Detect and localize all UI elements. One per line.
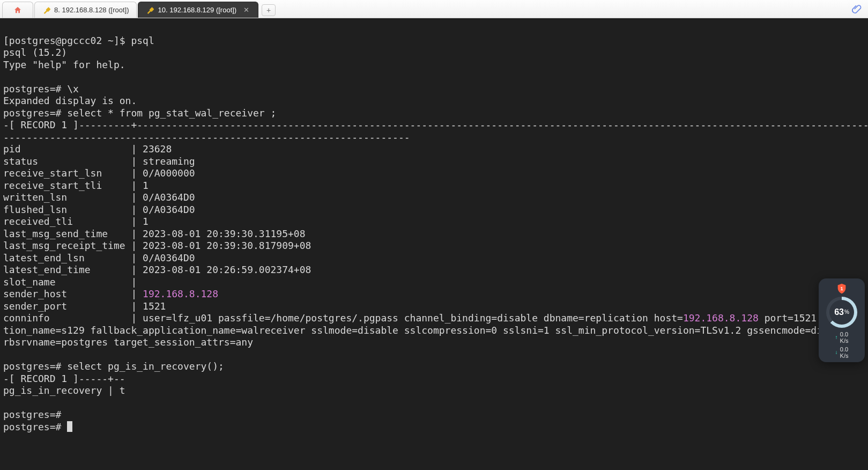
- new-tab-button[interactable]: +: [262, 4, 276, 16]
- tab-server-2[interactable]: 10. 192.168.8.129 ([root]) ✕: [138, 2, 258, 18]
- terminal-cursor: [67, 421, 72, 432]
- result-row: written_lsn | 0/A0364D0: [3, 192, 195, 203]
- usage-ring: 63%: [826, 297, 857, 328]
- result-row: receive_start_tli | 1: [3, 180, 149, 191]
- arrow-down-icon: ↓: [835, 349, 838, 356]
- shell-command: psql: [131, 35, 154, 46]
- result-row: latest_end_lsn | 0/A0364D0: [3, 252, 195, 263]
- result-row: status | streaming: [3, 156, 195, 167]
- usage-percent: 63: [834, 306, 844, 319]
- result-row: slot_name |: [3, 276, 143, 288]
- tab-server-1[interactable]: 8. 192.168.8.128 ([root]): [34, 2, 137, 18]
- wrench-icon: [146, 6, 154, 14]
- tab-home[interactable]: [2, 2, 33, 18]
- highlighted-host: 192.168.8.128: [683, 312, 759, 324]
- psql-prompt: postgres=#: [3, 421, 67, 432]
- highlighted-host: 192.168.8.128: [143, 288, 218, 299]
- psql-command: select pg_is_in_recovery();: [67, 361, 224, 372]
- tab-bar: 8. 192.168.8.128 ([root]) 10. 192.168.8.…: [0, 0, 868, 18]
- result-row: sender_host | 192.168.8.128: [3, 288, 218, 299]
- psql-prompt: postgres=#: [3, 83, 67, 94]
- result-row: pg_is_in_recovery | t: [3, 385, 125, 396]
- psql-prompt: postgres=#: [3, 409, 67, 420]
- shield-icon: 1: [836, 283, 848, 295]
- result-row: receive_start_lsn | 0/A000000: [3, 167, 195, 179]
- result-row: sender_port | 1521: [3, 300, 166, 312]
- psql-command: \x: [67, 83, 79, 94]
- result-row: pid | 23628: [3, 143, 172, 155]
- attach-icon[interactable]: [850, 3, 863, 16]
- svg-text:1: 1: [840, 286, 843, 291]
- tab-label: 10. 192.168.8.129 ([root]): [158, 6, 236, 14]
- record-divider: ----------------------------------------…: [3, 131, 410, 143]
- psql-prompt: postgres=#: [3, 361, 67, 372]
- result-row: last_msg_receipt_time | 2023-08-01 20:39…: [3, 240, 311, 251]
- record-divider: -[ RECORD 1 ]-----+--: [3, 373, 125, 384]
- psql-command: select * from pg_stat_wal_receiver ;: [67, 107, 276, 119]
- psql-output: Expanded display is on.: [3, 95, 137, 106]
- result-row: last_msg_send_time | 2023-08-01 20:39:30…: [3, 228, 306, 239]
- result-row: latest_end_time | 2023-08-01 20:26:59.00…: [3, 264, 311, 275]
- result-row: received_tli | 1: [3, 216, 149, 227]
- arrow-up-icon: ↑: [835, 334, 838, 341]
- network-download: ↓ 0.0K/s: [835, 346, 849, 359]
- close-tab-button[interactable]: ✕: [242, 6, 250, 14]
- home-icon: [13, 6, 22, 14]
- record-divider: -[ RECORD 1 ]---------+-----------------…: [3, 119, 868, 130]
- tab-label: 8. 192.168.8.128 ([root]): [54, 6, 129, 14]
- psql-prompt: postgres=#: [3, 107, 67, 119]
- result-row: flushed_lsn | 0/A0364D0: [3, 204, 195, 215]
- network-upload: ↑ 0.0K/s: [835, 331, 849, 344]
- wrench-icon: [42, 6, 51, 14]
- shell-prompt: [postgres@pgccc02 ~]$: [3, 35, 131, 46]
- system-monitor-widget[interactable]: 1 63% ↑ 0.0K/s ↓ 0.0K/s: [819, 278, 865, 362]
- psql-banner: psql (15.2): [3, 47, 67, 58]
- terminal[interactable]: [postgres@pgccc02 ~]$ psql psql (15.2) T…: [0, 18, 868, 470]
- result-row-conninfo: conninfo | user=lfz_u01 passfile=/home/p…: [3, 312, 863, 348]
- psql-banner: Type "help" for help.: [3, 59, 125, 70]
